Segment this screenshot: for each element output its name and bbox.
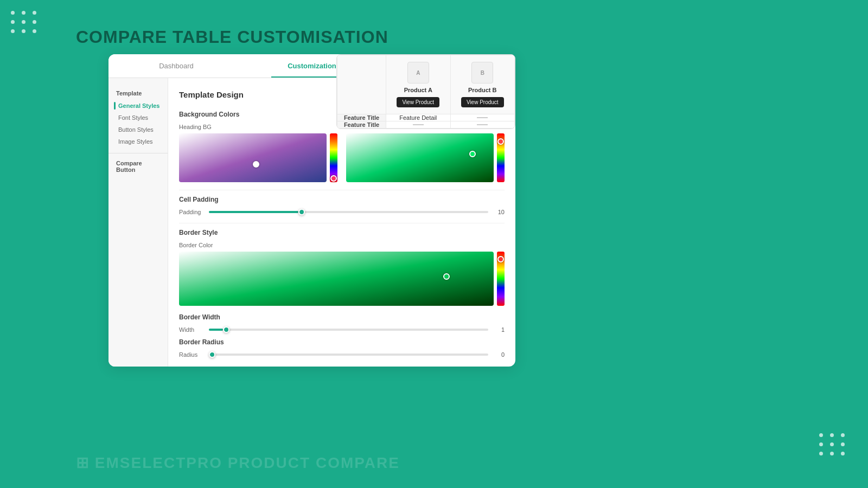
- sidebar-section-template: Template: [108, 87, 168, 100]
- border-width-value: 1: [494, 326, 505, 333]
- product-a-image: A: [407, 62, 429, 84]
- border-width-title: Border Width: [179, 313, 505, 321]
- product-a-header: A Product A View Product: [386, 55, 451, 114]
- heading-bg-strip-cursor[interactable]: [330, 175, 337, 182]
- feature-title-2: Feature Title: [337, 121, 386, 129]
- padding-value: 10: [494, 209, 505, 215]
- border-color-cursor[interactable]: [443, 273, 450, 280]
- feature-dash-icon-1: [477, 117, 488, 118]
- heading-bg-group: Heading BG: [179, 124, 337, 182]
- feature-dash-2a: [386, 121, 451, 129]
- border-radius-title: Border Radius: [179, 338, 505, 346]
- sidebar-item-button-styles[interactable]: Button Styles: [108, 124, 168, 136]
- padding-slider-row: Padding 10: [179, 209, 505, 215]
- padding-slider-thumb[interactable]: [298, 209, 305, 215]
- padding-slider-fill: [209, 211, 298, 213]
- feature-detail-1: Feature Detail: [386, 114, 451, 121]
- border-color-gradient[interactable]: [179, 252, 494, 306]
- tab-dashboard[interactable]: Dashboard: [108, 54, 244, 78]
- color-pickers-row: Heading BG Feature BG: [179, 124, 505, 182]
- product-a-cell: A Product A View Product: [386, 55, 450, 114]
- border-width-slider-row: Width 1: [179, 326, 505, 333]
- border-width-label: Width: [179, 326, 203, 333]
- feature-title-1: Feature Title: [337, 114, 386, 121]
- watermark: ⊞ EMSELECTPRO PRODUCT COMPARE: [76, 454, 400, 472]
- border-color-label: Border Color: [179, 242, 505, 248]
- border-radius-slider-track[interactable]: [209, 354, 488, 356]
- padding-label: Padding: [179, 209, 203, 215]
- product-b-image: B: [471, 62, 493, 84]
- view-product-a-button[interactable]: View Product: [397, 97, 439, 107]
- feature-dash-icon-2a: [413, 124, 424, 125]
- preview-table: A Product A View Product B Product B Vie…: [337, 55, 515, 129]
- heading-bg-gradient[interactable]: [179, 133, 327, 182]
- border-color-strip-cursor[interactable]: [497, 256, 504, 262]
- empty-header-cell: [337, 55, 386, 114]
- divider-1: [179, 190, 505, 190]
- dots-decoration-top-left: [11, 11, 38, 33]
- product-b-header: B Product B View Product: [450, 55, 515, 114]
- sidebar: Template General Styles Font Styles Butt…: [108, 78, 168, 367]
- feature-bg-strip[interactable]: [497, 133, 505, 182]
- feature-bg-group: Feature BG: [346, 124, 505, 182]
- feature-dash-1: [450, 114, 515, 121]
- border-radius-value: 0: [494, 351, 505, 358]
- border-color-strip[interactable]: [497, 252, 505, 306]
- heading-bg-picker[interactable]: [179, 133, 337, 182]
- feature-row-1: Feature Title Feature Detail: [337, 114, 515, 121]
- sidebar-item-font-styles[interactable]: Font Styles: [108, 112, 168, 124]
- sidebar-item-general-styles[interactable]: General Styles: [108, 100, 168, 112]
- feature-bg-strip-cursor[interactable]: [497, 138, 504, 145]
- border-radius-slider-row: Radius 0: [179, 351, 505, 358]
- sidebar-item-image-styles[interactable]: Image Styles: [108, 136, 168, 147]
- feature-dash-icon-2b: [477, 124, 488, 125]
- feature-bg-cursor[interactable]: [469, 151, 476, 157]
- heading-bg-cursor[interactable]: [253, 161, 259, 168]
- border-radius-thumb[interactable]: [209, 351, 215, 358]
- padding-slider-track[interactable]: [209, 211, 488, 213]
- cell-padding-section: Cell Padding Padding 10: [179, 196, 505, 215]
- product-b-cell: B Product B View Product: [451, 55, 515, 114]
- page-title: COMPARE TABLE CUSTOMISATION: [76, 27, 388, 47]
- product-a-name: Product A: [391, 87, 446, 93]
- feature-row-2: Feature Title: [337, 121, 515, 129]
- product-b-name: Product B: [455, 87, 510, 93]
- feature-bg-picker[interactable]: [346, 133, 505, 182]
- cell-padding-title: Cell Padding: [179, 196, 505, 203]
- border-width-fill: [209, 329, 223, 331]
- border-style-title: Border Style: [179, 229, 505, 236]
- border-section: Border Style Border Color Border Width W…: [179, 229, 505, 358]
- preview-panel: A Product A View Product B Product B Vie…: [336, 54, 515, 129]
- border-color-picker[interactable]: [179, 252, 505, 306]
- divider-2: [179, 223, 505, 223]
- border-width-slider-track[interactable]: [209, 329, 488, 331]
- border-width-thumb[interactable]: [223, 326, 229, 333]
- heading-bg-strip[interactable]: [330, 133, 337, 182]
- heading-bg-label: Heading BG: [179, 124, 337, 130]
- view-product-b-button[interactable]: View Product: [461, 97, 504, 107]
- sidebar-section-compare: Compare Button: [108, 153, 168, 176]
- border-radius-label: Radius: [179, 351, 203, 358]
- section-title: Template Design: [179, 90, 244, 99]
- feature-dash-2b: [450, 121, 515, 129]
- dots-decoration-bottom-right: [819, 433, 846, 455]
- feature-bg-gradient[interactable]: [346, 133, 494, 182]
